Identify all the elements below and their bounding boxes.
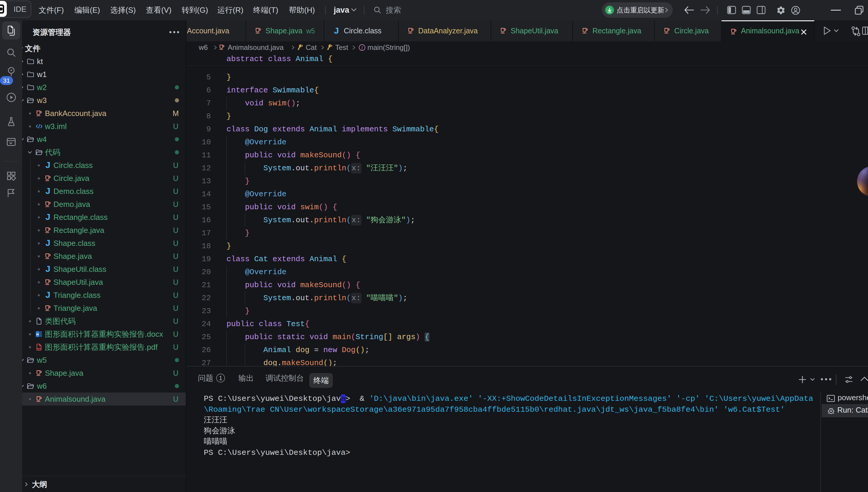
svg-text:f: f [361,46,363,50]
svg-text:PDF: PDF [37,348,41,350]
svg-text:W: W [36,333,39,336]
